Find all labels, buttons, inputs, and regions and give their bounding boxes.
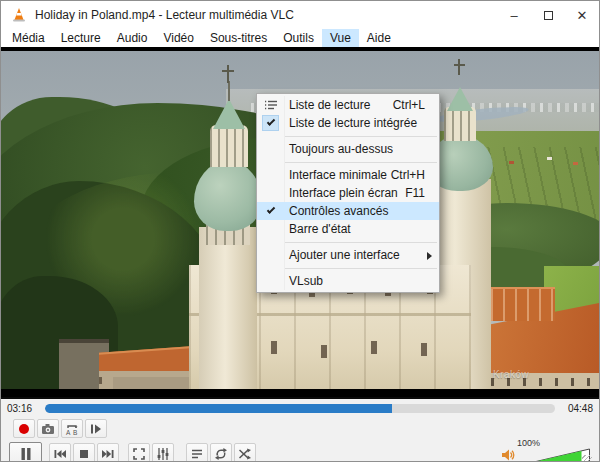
- seek-bar[interactable]: [45, 404, 555, 413]
- left-tower: [199, 227, 257, 389]
- previous-icon: [53, 448, 67, 460]
- right-tower-cross: [458, 59, 460, 75]
- minimize-icon: –: [510, 8, 517, 23]
- window-title: Holiday in Poland.mp4 - Lecteur multiméd…: [35, 8, 497, 22]
- fullscreen-icon: [132, 447, 146, 461]
- frame-step-icon: [89, 423, 103, 435]
- speaker-icon: [501, 448, 516, 462]
- check-icon: [266, 205, 274, 213]
- close-icon: ✕: [577, 8, 588, 23]
- checked-box: [262, 203, 279, 219]
- submenu-arrow-icon: [427, 252, 432, 260]
- menu-item-ajouter-une-interface[interactable]: Ajouter une interface: [257, 246, 439, 264]
- fullscreen-button[interactable]: [128, 443, 150, 462]
- maximize-icon: [544, 11, 553, 20]
- main-controls: 100%: [7, 441, 593, 462]
- menu-audio[interactable]: Audio: [109, 29, 156, 47]
- menu-sous-titres[interactable]: Sous-titres: [202, 29, 275, 47]
- record-icon: [18, 423, 30, 435]
- record-button[interactable]: [13, 419, 35, 438]
- shuffle-icon: [238, 448, 252, 460]
- menu-outils[interactable]: Outils: [275, 29, 322, 47]
- maximize-button[interactable]: [531, 1, 565, 29]
- stop-icon: [78, 448, 90, 460]
- volume-control[interactable]: 100%: [501, 440, 591, 462]
- right-tower-cross: [454, 64, 465, 66]
- elapsed-time: 03:16: [7, 403, 37, 414]
- menu-item-liste-de-lecture-integree[interactable]: Liste de lecture intégrée: [257, 114, 439, 132]
- menu-item-interface-plein-ecran[interactable]: Interface plein écran F11: [257, 184, 439, 202]
- checked-box: [262, 115, 279, 131]
- menu-item-toujours-au-dessus[interactable]: Toujours au-dessus: [257, 140, 439, 158]
- loop-icon: [214, 447, 228, 461]
- random-button[interactable]: [234, 443, 256, 462]
- left-tower-spire: [228, 81, 230, 101]
- left-tower-cross: [227, 65, 229, 83]
- snapshot-button[interactable]: [37, 419, 59, 438]
- video-area[interactable]: Kraków Liste de lecture Ctrl+L: [1, 47, 599, 397]
- loop-ab-button[interactable]: A B: [61, 419, 83, 438]
- volume-percent-label: 100%: [517, 438, 540, 448]
- control-bar: 03:16 04:48: [1, 397, 599, 462]
- menu-item-vlsub[interactable]: VLsub: [257, 272, 439, 290]
- svg-text:A: A: [66, 429, 71, 436]
- menu-lecture[interactable]: Lecture: [53, 29, 109, 47]
- equalizer-icon: [156, 447, 170, 461]
- loop-button[interactable]: [210, 443, 232, 462]
- stop-button[interactable]: [73, 443, 95, 462]
- menu-vue[interactable]: Vue: [322, 29, 359, 47]
- playlist-icon: [264, 99, 278, 111]
- seek-progress-fill: [45, 404, 392, 413]
- close-button[interactable]: ✕: [565, 1, 599, 29]
- vlc-window: Holiday in Poland.mp4 - Lecteur multiméd…: [0, 0, 600, 462]
- left-tower-cross: [222, 70, 234, 72]
- advanced-controls: A B: [13, 419, 593, 438]
- vlc-cone-icon: [11, 7, 27, 23]
- menu-item-barre-detat[interactable]: Barre d'état: [257, 220, 439, 238]
- next-button[interactable]: [97, 443, 119, 462]
- check-icon: [266, 117, 274, 125]
- menu-aide[interactable]: Aide: [359, 29, 399, 47]
- menu-video[interactable]: Vidéo: [155, 29, 201, 47]
- menu-item-liste-de-lecture[interactable]: Liste de lecture Ctrl+L: [257, 96, 439, 114]
- menu-media[interactable]: Média: [4, 29, 53, 47]
- left-tower-lantern: [210, 125, 248, 167]
- right-tower-lantern: [444, 107, 476, 141]
- playlist-icon: [190, 448, 204, 460]
- vue-dropdown-menu: Liste de lecture Ctrl+L Liste de lecture…: [256, 93, 440, 293]
- previous-button[interactable]: [49, 443, 71, 462]
- next-icon: [101, 448, 115, 460]
- menubar: Média Lecture Audio Vidéo Sous-titres Ou…: [1, 29, 599, 47]
- titlebar: Holiday in Poland.mp4 - Lecteur multiméd…: [1, 1, 599, 29]
- pause-button[interactable]: [9, 442, 42, 462]
- loop-ab-icon: A B: [65, 422, 79, 436]
- video-watermark: Kraków: [493, 369, 529, 380]
- frame-by-frame-button[interactable]: [85, 419, 107, 438]
- total-time: 04:48: [563, 403, 593, 414]
- camera-icon: [41, 423, 55, 435]
- extended-settings-button[interactable]: [152, 443, 174, 462]
- playlist-button[interactable]: [186, 443, 208, 462]
- menu-item-controles-avances[interactable]: Contrôles avancés: [257, 202, 439, 220]
- svg-text:B: B: [73, 429, 77, 436]
- minimize-button[interactable]: –: [497, 1, 531, 29]
- menu-item-interface-minimale[interactable]: Interface minimale Ctrl+H: [257, 166, 439, 184]
- resize-grip[interactable]: [582, 455, 592, 462]
- pause-icon: [19, 447, 33, 461]
